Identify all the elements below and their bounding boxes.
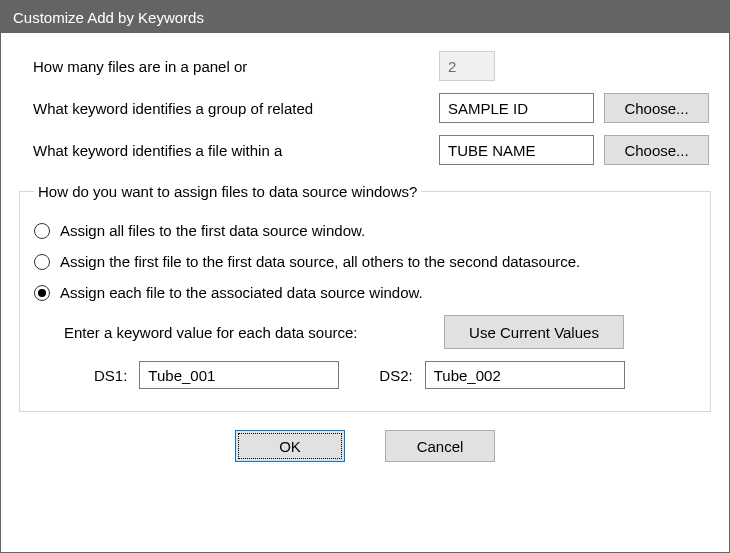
files-per-panel-label: How many files are in a panel or: [19, 58, 439, 75]
choose-group-keyword-button[interactable]: Choose...: [604, 93, 709, 123]
radio-label: Assign the first file to the first data …: [60, 253, 580, 270]
dialog-window: Customize Add by Keywords How many files…: [0, 0, 730, 553]
file-keyword-input[interactable]: [439, 135, 594, 165]
radio-option-2[interactable]: Assign each file to the associated data …: [34, 284, 696, 301]
ok-button[interactable]: OK: [235, 430, 345, 462]
row-group-keyword: What keyword identifies a group of relat…: [19, 93, 711, 123]
assign-legend: How do you want to assign files to data …: [34, 183, 421, 200]
choose-file-keyword-button[interactable]: Choose...: [604, 135, 709, 165]
files-per-panel-input: [439, 51, 495, 81]
ds2-input[interactable]: [425, 361, 625, 389]
file-keyword-label: What keyword identifies a file within a: [19, 142, 439, 159]
row-files-per-panel: How many files are in a panel or: [19, 51, 711, 81]
radio-label: Assign each file to the associated data …: [60, 284, 423, 301]
dialog-content: How many files are in a panel or What ke…: [1, 33, 729, 552]
data-source-row: DS1: DS2:: [94, 361, 696, 389]
radio-option-1[interactable]: Assign the first file to the first data …: [34, 253, 696, 270]
use-current-values-button[interactable]: Use Current Values: [444, 315, 624, 349]
group-keyword-label: What keyword identifies a group of relat…: [19, 100, 439, 117]
ds1-label: DS1:: [94, 367, 127, 384]
ds2-label: DS2:: [379, 367, 412, 384]
radio-icon: [34, 285, 50, 301]
radio-icon: [34, 223, 50, 239]
assign-group: How do you want to assign files to data …: [19, 183, 711, 412]
radio-label: Assign all files to the first data sourc…: [60, 222, 365, 239]
dialog-footer: OK Cancel: [19, 412, 711, 478]
ds1-input[interactable]: [139, 361, 339, 389]
radio-option-0[interactable]: Assign all files to the first data sourc…: [34, 222, 696, 239]
enter-keyword-row: Enter a keyword value for each data sour…: [64, 315, 696, 349]
titlebar: Customize Add by Keywords: [1, 1, 729, 33]
group-keyword-input[interactable]: [439, 93, 594, 123]
window-title: Customize Add by Keywords: [13, 9, 204, 26]
cancel-button[interactable]: Cancel: [385, 430, 495, 462]
enter-keyword-label: Enter a keyword value for each data sour…: [64, 324, 444, 341]
radio-icon: [34, 254, 50, 270]
row-file-keyword: What keyword identifies a file within a …: [19, 135, 711, 165]
